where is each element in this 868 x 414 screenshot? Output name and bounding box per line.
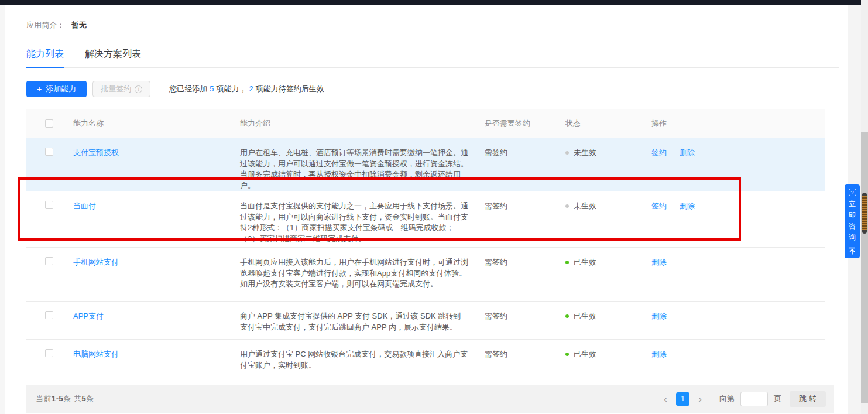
summary-text: 项能力待签约后生效 [256,84,324,93]
consult-label: 立即咨询 [845,199,860,243]
jump-button[interactable]: 跳转 [790,391,826,407]
total-count: 5 [81,394,86,403]
app-intro-value: 暂无 [71,20,87,29]
row-checkbox[interactable] [45,257,53,265]
summary-count-added: 5 [210,84,214,93]
status-text: 未生效 [574,201,596,210]
scrollbar-thumb-texture [862,196,867,230]
row-checkbox[interactable] [45,311,53,319]
page: 应用简介：暂无 能力列表 解决方案列表 + 添加能力 批量签约 i 您已经添加5… [0,0,868,414]
left-gutter [0,5,5,414]
back-to-top-icon[interactable] [849,247,856,255]
summary-text: 项能力， [216,84,246,93]
row-checkbox[interactable] [45,201,53,209]
summary-count-pending: 2 [249,84,253,93]
need-sign-value: 需签约 [485,248,565,301]
capability-description: 用户在租车、充电桩、酒店预订等场景消费时需要缴纳一笔押金。通过该能力，用户可以通… [240,138,485,191]
table-footer: 当前1-5条 共5条 ‹ 1 › 向第 页 跳转 [26,385,834,413]
question-mark-icon: ? [849,189,856,196]
row-checkbox[interactable] [45,148,53,156]
delete-link[interactable]: 删除 [651,311,667,322]
table-row: 手机网站支付 手机网页应用接入该能力后，用户在手机网站进行支付时，可通过浏览器唤… [26,248,825,302]
delete-link[interactable]: 删除 [680,148,695,159]
page-unit-label: 页 [774,394,781,404]
info-circle-icon: i [135,85,142,93]
need-sign-value: 需签约 [485,302,565,339]
total-text: 条 共 [63,394,81,403]
status-dot-icon [565,353,569,356]
consult-widget[interactable]: ? 立即咨询 [845,184,860,258]
tab-bar: 能力列表 解决方案列表 [26,48,839,68]
batch-sign-label: 批量签约 [101,84,131,94]
table-row: 当面付 当面付是支付宝提供的支付能力之一，主要应用于线下支付场景。通过该能力，用… [26,191,825,248]
toolbar: + 添加能力 批量签约 i 您已经添加5项能力，2项能力待签约后生效 [26,81,848,97]
status-text: 未生效 [574,148,596,157]
delete-link[interactable]: 删除 [651,257,667,268]
capability-description: 当面付是支付宝提供的支付能力之一，主要应用于线下支付场景。通过该能力，用户可以向… [240,191,485,247]
status-text: 已生效 [574,258,596,266]
delete-link[interactable]: 删除 [651,349,667,360]
table-row: APP支付 商户 APP 集成支付宝提供的 APP 支付 SDK，通过该 SDK… [26,302,825,340]
capability-name-link[interactable]: 当面付 [73,201,96,210]
plus-icon: + [37,85,42,93]
scrollbar-thumb[interactable] [862,193,867,234]
capability-description: 商户 APP 集成支付宝提供的 APP 支付 SDK，通过该 SDK 跳转到支付… [240,302,485,339]
table-row: 支付宝预授权 用户在租车、充电桩、酒店预订等场景消费时需要缴纳一笔押金。通过该能… [26,138,825,191]
col-need-sign: 是否需要签约 [485,109,565,138]
capability-description: 用户通过支付宝 PC 网站收银台完成支付，交易款项直接汇入商户支付宝账户，实时到… [240,340,485,385]
total-text: 条 [86,394,94,403]
sign-link[interactable]: 签约 [651,201,667,212]
add-capability-label: 添加能力 [46,84,76,94]
add-capability-button[interactable]: + 添加能力 [26,81,87,97]
capability-table: 能力名称 能力介绍 是否需要签约 状态 操作 支付宝预授权 用户在租车、充电桩、… [26,109,825,385]
col-status: 状态 [565,109,651,138]
scrollbar-track-inner[interactable] [861,132,868,403]
tab-capability-list[interactable]: 能力列表 [26,48,64,67]
col-capability-name: 能力名称 [73,109,240,138]
prev-page-icon[interactable]: ‹ [659,394,672,404]
next-page-icon[interactable]: › [694,394,706,404]
main-content: 应用简介：暂无 能力列表 解决方案列表 + 添加能力 批量签约 i 您已经添加5… [5,5,848,414]
capability-name-link[interactable]: 电脑网站支付 [73,350,119,358]
capability-name-link[interactable]: 手机网站支付 [73,258,119,266]
status-text: 已生效 [574,350,596,358]
capability-name-link[interactable]: 支付宝预授权 [73,148,119,157]
table-row: 电脑网站支付 用户通过支付宝 PC 网站收银台完成支付，交易款项直接汇入商户支付… [26,340,825,385]
tab-solution-list[interactable]: 解决方案列表 [85,48,141,67]
status-text: 已生效 [574,312,596,320]
goto-page-input[interactable] [740,392,768,406]
sign-link[interactable]: 签约 [651,148,667,159]
app-intro-label: 应用简介： [26,20,64,29]
status-dot-icon [565,204,569,208]
col-operations: 操作 [651,109,825,138]
capability-description: 手机网页应用接入该能力后，用户在手机网站进行支付时，可通过浏览器唤起支付宝客户端… [240,248,485,301]
status-dot-icon [565,261,569,264]
summary-text: 您已经添加 [169,84,207,93]
total-count-text: 当前1-5条 共5条 [26,394,94,404]
need-sign-value: 需签约 [485,138,565,191]
col-capability-desc: 能力介绍 [240,109,485,138]
capability-summary: 您已经添加5项能力，2项能力待签约后生效 [169,84,324,94]
status-dot-icon [565,151,569,155]
batch-sign-button[interactable]: 批量签约 i [92,81,150,97]
app-intro-row: 应用简介：暂无 [5,5,848,30]
goto-page-label: 向第 [719,394,735,404]
pagination: ‹ 1 › 向第 页 跳转 [659,391,834,407]
status-dot-icon [565,314,569,318]
page-number-current[interactable]: 1 [676,392,689,406]
total-range: 1-5 [52,394,63,403]
select-all-checkbox[interactable] [45,119,53,128]
delete-link[interactable]: 删除 [680,201,695,212]
capability-name-link[interactable]: APP支付 [73,312,104,320]
need-sign-value: 需签约 [485,191,565,247]
total-text: 当前 [36,394,52,403]
row-checkbox[interactable] [45,349,53,357]
table-header: 能力名称 能力介绍 是否需要签约 状态 操作 [26,109,825,138]
browser-top-bar [0,0,861,5]
need-sign-value: 需签约 [485,340,565,385]
